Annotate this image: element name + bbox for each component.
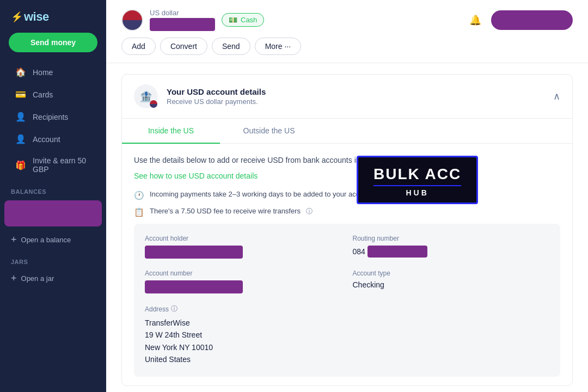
topbar-actions: Add Convert Send More ··· xyxy=(121,38,573,63)
notice-row-1: 🕐 Incoming payments take 2–3 working day… xyxy=(134,190,560,200)
notice-text-2: There's a 7.50 USD fee to receive wire t… xyxy=(150,207,301,215)
balance-amount xyxy=(13,208,93,219)
account-number-value xyxy=(145,280,243,293)
routing-number-field: Routing number 084 xyxy=(353,235,550,259)
account-holder-value xyxy=(145,246,243,259)
clock-icon: 🕐 xyxy=(134,191,144,200)
panel-header: 🏦 Your USD account details Receive US do… xyxy=(122,75,572,119)
content-area: 🏦 Your USD account details Receive US do… xyxy=(106,63,588,392)
panel-header-left: 🏦 Your USD account details Receive US do… xyxy=(134,84,266,108)
open-balance-button[interactable]: + Open a balance xyxy=(0,229,106,251)
sidebar: ⚡ wise Send money 🏠 Home 💳 Cards 👤 Recip… xyxy=(0,0,106,392)
account-type-label: Account type xyxy=(353,270,550,277)
routing-prefix: 084 xyxy=(353,247,365,256)
balances-section-label: Balances xyxy=(0,180,106,198)
balance-value-redacted xyxy=(150,18,215,31)
main-nav: 🏠 Home 💳 Cards 👤 Recipients 👤 Account 🎁 … xyxy=(0,61,106,180)
main-content: US dollar 💵 Cash 🔔 Add Convert Send More… xyxy=(106,0,588,392)
bank-icon: 🏦 xyxy=(134,84,158,108)
send-money-button[interactable]: Send money xyxy=(9,33,97,52)
plus-jar-icon: + xyxy=(11,273,17,284)
home-icon: 🏠 xyxy=(15,67,26,77)
bulk-acc-overlay: BULK ACC HUB xyxy=(357,156,478,204)
logo-text: wise xyxy=(24,10,49,24)
sidebar-item-invite[interactable]: 🎁 Invite & earn 50 GBP xyxy=(4,150,102,180)
balance-card[interactable] xyxy=(4,200,102,226)
routing-number-label: Routing number xyxy=(353,235,550,242)
bulk-acc-title: BULK ACC xyxy=(373,166,461,183)
topbar-right: 🔔 xyxy=(466,10,573,30)
account-panel: 🏦 Your USD account details Receive US do… xyxy=(121,74,573,386)
tab-outside-us[interactable]: Outside the US xyxy=(220,119,318,144)
see-how-link[interactable]: See how to use USD account details xyxy=(134,171,258,180)
panel-title-block: Your USD account details Receive US doll… xyxy=(167,87,266,106)
account-number-label: Account number xyxy=(145,270,342,277)
address-label: Address xyxy=(145,305,169,313)
address-label-row: Address ⓘ xyxy=(145,304,342,314)
sidebar-item-account-label: Account xyxy=(33,135,60,144)
invite-icon: 🎁 xyxy=(15,160,26,170)
flag-us xyxy=(121,9,143,31)
sidebar-item-cards[interactable]: 💳 Cards xyxy=(4,83,102,106)
tab-inside-us[interactable]: Inside the US xyxy=(122,119,220,144)
mini-flag-us xyxy=(149,100,158,108)
panel-collapse-button[interactable]: ∧ xyxy=(553,90,560,102)
account-type-value: Checking xyxy=(353,280,550,289)
account-icon: 👤 xyxy=(15,134,26,144)
address-line-2: 19 W 24th Street xyxy=(145,329,342,341)
address-line-4: United States xyxy=(145,353,342,365)
fee-icon: 📋 xyxy=(134,207,144,217)
open-jar-label: Open a jar xyxy=(21,274,54,283)
topbar-row: US dollar 💵 Cash 🔔 xyxy=(121,9,573,31)
panel-subtitle: Receive US dollar payments. xyxy=(167,97,266,106)
address-field: Address ⓘ TransferWise 19 W 24th Street … xyxy=(145,304,342,366)
more-button[interactable]: More ··· xyxy=(255,38,301,55)
sidebar-item-home[interactable]: 🏠 Home xyxy=(4,61,102,83)
account-holder-label: Account holder xyxy=(145,235,342,242)
cash-badge: 💵 Cash xyxy=(222,13,264,27)
tabs-row: Inside the US Outside the US xyxy=(122,119,572,144)
routing-number-row: 084 xyxy=(353,246,550,258)
address-line-3: New York NY 10010 xyxy=(145,341,342,353)
currency-name-block: US dollar xyxy=(150,9,215,31)
wire-fee-info-icon[interactable]: ⓘ xyxy=(306,207,313,216)
logo: ⚡ wise xyxy=(0,0,106,33)
user-button-redacted[interactable] xyxy=(491,10,573,30)
routing-number-value xyxy=(367,246,427,258)
bell-button[interactable]: 🔔 xyxy=(466,11,485,29)
logo-bolt-icon: ⚡ xyxy=(11,11,23,23)
topbar: US dollar 💵 Cash 🔔 Add Convert Send More… xyxy=(106,0,588,63)
recipients-icon: 👤 xyxy=(15,112,26,122)
sidebar-item-recipients[interactable]: 👤 Recipients xyxy=(4,106,102,128)
notice-text-1: Incoming payments take 2–3 working days … xyxy=(150,190,373,198)
sidebar-item-invite-label: Invite & earn 50 GBP xyxy=(33,156,91,174)
jars-section-label: Jars xyxy=(0,251,106,267)
convert-button[interactable]: Convert xyxy=(160,38,207,55)
address-value: TransferWise 19 W 24th Street New York N… xyxy=(145,317,342,366)
bulk-acc-subtitle: HUB xyxy=(373,185,461,197)
sidebar-item-home-label: Home xyxy=(33,68,53,77)
cash-icon: 💵 xyxy=(229,16,237,24)
notice-row-2: 📋 There's a 7.50 USD fee to receive wire… xyxy=(134,207,560,217)
address-line-1: TransferWise xyxy=(145,317,342,329)
add-button[interactable]: Add xyxy=(121,38,156,55)
panel-title: Your USD account details xyxy=(167,87,266,96)
sidebar-item-cards-label: Cards xyxy=(33,90,53,99)
account-type-field: Account type Checking xyxy=(353,270,550,293)
info-text: Use the details below to add or receive … xyxy=(134,156,560,164)
account-number-field: Account number xyxy=(145,270,342,293)
tab-inside-us-content: Use the details below to add or receive … xyxy=(122,144,572,385)
cash-label: Cash xyxy=(241,16,257,24)
currency-info: US dollar 💵 Cash xyxy=(121,9,264,31)
send-button[interactable]: Send xyxy=(212,38,250,55)
account-holder-field: Account holder xyxy=(145,235,342,259)
bell-icon: 🔔 xyxy=(469,15,481,26)
sidebar-item-account[interactable]: 👤 Account xyxy=(4,128,102,150)
plus-icon: + xyxy=(11,234,17,246)
open-jar-button[interactable]: + Open a jar xyxy=(0,267,106,290)
details-grid: Account holder Routing number 084 Accoun xyxy=(134,224,560,377)
address-info-icon[interactable]: ⓘ xyxy=(171,304,177,314)
currency-label: US dollar xyxy=(150,9,215,17)
cards-icon: 💳 xyxy=(15,89,26,100)
sidebar-item-recipients-label: Recipients xyxy=(33,113,68,121)
